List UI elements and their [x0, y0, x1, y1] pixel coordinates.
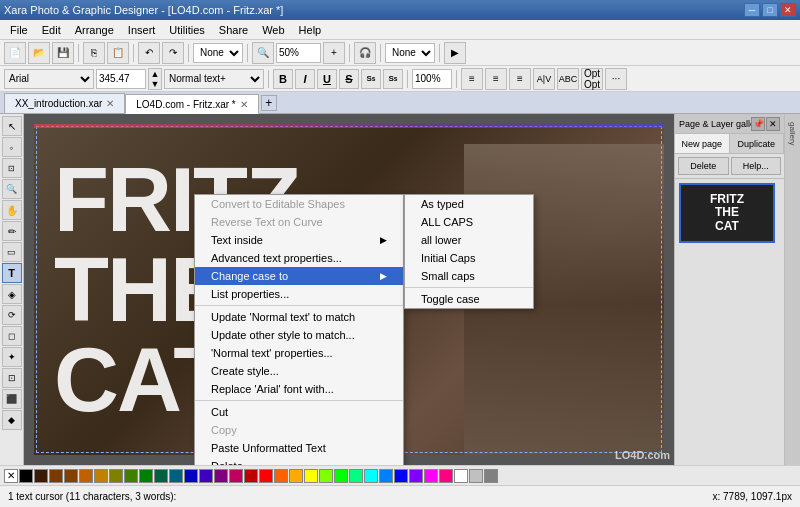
menu-file[interactable]: File	[4, 22, 34, 38]
subscript-button[interactable]: Ss	[383, 69, 403, 89]
close-button[interactable]: ✕	[780, 3, 796, 17]
extrude-tool[interactable]: ⬛	[2, 389, 22, 409]
node-tool[interactable]: ⬦	[2, 137, 22, 157]
ctx-update-normal[interactable]: Update 'Normal text' to match	[195, 308, 403, 326]
color-dark-orange[interactable]	[79, 469, 93, 483]
color-gold[interactable]	[94, 469, 108, 483]
submenu-initial-caps[interactable]: Initial Caps	[405, 249, 533, 267]
submenu-as-typed[interactable]: As typed	[405, 195, 533, 213]
color-green[interactable]	[139, 469, 153, 483]
ctx-cut[interactable]: Cut	[195, 403, 403, 421]
color-purple[interactable]	[214, 469, 228, 483]
zoom-pct-input[interactable]	[412, 69, 452, 89]
arrow-right-button[interactable]: ▶	[444, 42, 466, 64]
color-lime-green[interactable]	[319, 469, 333, 483]
tab-add-button[interactable]: +	[261, 95, 277, 111]
tab-fritz[interactable]: LO4D.com - Fritz.xar * ✕	[125, 94, 258, 114]
ctx-replace-font[interactable]: Replace 'Arial' font with...	[195, 380, 403, 398]
menu-help[interactable]: Help	[293, 22, 328, 38]
color-light-gray[interactable]	[469, 469, 483, 483]
view-select2[interactable]: None	[385, 43, 435, 63]
color-spring-green[interactable]	[349, 469, 363, 483]
tab-xx-close[interactable]: ✕	[106, 98, 114, 109]
color-black[interactable]	[19, 469, 33, 483]
menu-insert[interactable]: Insert	[122, 22, 162, 38]
italic-button[interactable]: I	[295, 69, 315, 89]
align-left-btn[interactable]: ≡	[461, 68, 483, 90]
color-cyan[interactable]	[364, 469, 378, 483]
ctx-paste-unformatted[interactable]: Paste Unformatted Text	[195, 439, 403, 457]
color-hot-pink[interactable]	[439, 469, 453, 483]
font-select[interactable]: Arial	[4, 69, 94, 89]
menu-edit[interactable]: Edit	[36, 22, 67, 38]
ctx-copy[interactable]: Copy	[195, 421, 403, 439]
align-right-btn[interactable]: ≡	[509, 68, 531, 90]
panel-pin-btn[interactable]: 📌	[751, 117, 765, 131]
color-dark-blue[interactable]	[184, 469, 198, 483]
copy-button[interactable]: ⎘	[83, 42, 105, 64]
redo-button[interactable]: ↷	[162, 42, 184, 64]
color-dark-brown[interactable]	[34, 469, 48, 483]
ctx-normal-props[interactable]: 'Normal text' properties...	[195, 344, 403, 362]
headphone-button[interactable]: 🎧	[354, 42, 376, 64]
color-orange[interactable]	[289, 469, 303, 483]
panel-close-btn[interactable]: ✕	[766, 117, 780, 131]
extra-btn[interactable]: ···	[605, 68, 627, 90]
color-olive[interactable]	[109, 469, 123, 483]
color-gray[interactable]	[484, 469, 498, 483]
push-tool[interactable]: ✋	[2, 200, 22, 220]
save-button[interactable]: 💾	[52, 42, 74, 64]
ctx-delete[interactable]: Delete	[195, 457, 403, 465]
align-center-btn[interactable]: ≡	[485, 68, 507, 90]
help-btn[interactable]: Help...	[731, 157, 782, 175]
color-yellow[interactable]	[304, 469, 318, 483]
text-tool[interactable]: T	[2, 263, 22, 283]
font-size-input[interactable]	[96, 69, 146, 89]
shape-tool[interactable]: ▭	[2, 242, 22, 262]
submenu-toggle-case[interactable]: Toggle case	[405, 290, 533, 308]
tab-fritz-close[interactable]: ✕	[240, 99, 248, 110]
no-color-swatch[interactable]: ✕	[4, 469, 18, 483]
submenu-small-caps[interactable]: Small caps	[405, 267, 533, 285]
color-dark-teal[interactable]	[169, 469, 183, 483]
ctx-change-case[interactable]: Change case to ▶	[195, 267, 403, 285]
blend-tool[interactable]: ⟳	[2, 305, 22, 325]
color-red[interactable]	[259, 469, 273, 483]
ctx-list-props[interactable]: List properties...	[195, 285, 403, 303]
color-magenta[interactable]	[229, 469, 243, 483]
color-dark-red[interactable]	[244, 469, 258, 483]
superscript-button[interactable]: Ss	[361, 69, 381, 89]
bevel-tool[interactable]: ◆	[2, 410, 22, 430]
ctx-create-style[interactable]: Create style...	[195, 362, 403, 380]
zoom-tool[interactable]: 🔍	[2, 179, 22, 199]
maximize-button[interactable]: □	[762, 3, 778, 17]
ctx-advanced-text[interactable]: Advanced text properties...	[195, 249, 403, 267]
panel-tab-newpage[interactable]: New page	[675, 134, 730, 153]
color-blue[interactable]	[394, 469, 408, 483]
transparency-tool[interactable]: ◻	[2, 326, 22, 346]
select-tool[interactable]: ↖	[2, 116, 22, 136]
spell-btn[interactable]: ABC	[557, 68, 579, 90]
feather-tool[interactable]: ✦	[2, 347, 22, 367]
style-select[interactable]: Normal text+	[164, 69, 264, 89]
color-bright-green[interactable]	[334, 469, 348, 483]
color-pink[interactable]	[424, 469, 438, 483]
ctx-text-inside[interactable]: Text inside ▶	[195, 231, 403, 249]
submenu-all-lower[interactable]: all lower	[405, 231, 533, 249]
menu-utilities[interactable]: Utilities	[163, 22, 210, 38]
page-thumbnail[interactable]: FRITZTHECAT	[679, 183, 775, 243]
paste-button[interactable]: 📋	[107, 42, 129, 64]
color-brown[interactable]	[49, 469, 63, 483]
submenu-all-caps[interactable]: ALL CAPS	[405, 213, 533, 231]
underline-button[interactable]: U	[317, 69, 337, 89]
pen-tool[interactable]: ✏	[2, 221, 22, 241]
contour-tool[interactable]: ⊡	[2, 158, 22, 178]
menu-share[interactable]: Share	[213, 22, 254, 38]
color-teal[interactable]	[154, 469, 168, 483]
undo-button[interactable]: ↶	[138, 42, 160, 64]
bold-button[interactable]: B	[273, 69, 293, 89]
ctx-update-other[interactable]: Update other style to match...	[195, 326, 403, 344]
ctx-reverse-text[interactable]: Reverse Text on Curve	[195, 213, 403, 231]
open-button[interactable]: 📂	[28, 42, 50, 64]
color-orange-red[interactable]	[274, 469, 288, 483]
